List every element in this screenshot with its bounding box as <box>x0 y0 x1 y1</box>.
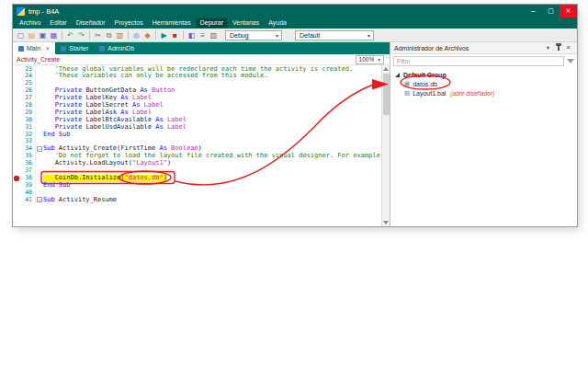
file-name: datos.db <box>413 81 437 87</box>
save-all-icon[interactable]: ▦ <box>49 30 59 40</box>
code-text[interactable]: End Sub <box>43 132 71 139</box>
current-sub-dropdown[interactable]: Activity_Create <box>17 56 60 63</box>
fold-margin <box>35 175 43 182</box>
breakpoint-margin[interactable] <box>13 87 20 95</box>
breakpoint-margin[interactable] <box>13 66 20 74</box>
code-lines: 23 'These global variables will be redec… <box>13 65 381 226</box>
code-line: 32End Sub <box>13 132 381 139</box>
bookmark-icon[interactable]: ◆ <box>142 30 153 40</box>
filter-input[interactable] <box>393 56 564 66</box>
scroll-up-icon[interactable] <box>383 67 389 71</box>
line-number: 41 <box>20 197 35 204</box>
menu-item-ayuda[interactable]: Ayuda <box>264 17 291 29</box>
tab-admindb[interactable]: AdminDb <box>94 42 140 54</box>
fold-margin <box>35 102 43 109</box>
code-text[interactable]: 'These variables can only be accessed fr… <box>43 73 267 80</box>
find-icon[interactable]: ◎ <box>131 30 141 40</box>
copy-icon[interactable]: ⧉ <box>104 30 114 40</box>
code-text[interactable]: Activity.LoadLayout("Layout1") <box>43 160 171 167</box>
breakpoint-margin[interactable] <box>13 182 20 190</box>
breakpoint-margin[interactable] <box>13 117 20 124</box>
breakpoint-margin[interactable] <box>13 73 20 80</box>
compile-run-icon[interactable]: ▶ <box>159 30 169 40</box>
editor-column: Main✕StarterAdminDb Activity_Create 100%… <box>13 42 390 226</box>
open-project-icon[interactable]: ▤ <box>27 30 37 40</box>
code-text[interactable]: Sub Activity_Resume <box>43 197 117 204</box>
sub-navigator: Activity_Create 100% ▾ <box>13 54 390 65</box>
code-line: 41−Sub Activity_Resume <box>13 197 381 204</box>
logs-icon[interactable]: ≡ <box>198 30 208 40</box>
zoom-select[interactable]: 100% ▾ <box>356 55 384 64</box>
redo-icon[interactable]: ↷ <box>76 30 86 40</box>
fold-margin <box>35 66 43 74</box>
breakpoint-margin[interactable] <box>13 160 20 167</box>
save-icon[interactable]: ▣ <box>38 30 48 40</box>
paste-icon[interactable]: ▥ <box>115 30 125 40</box>
tree-item-datos-db[interactable]: ▦datos.db <box>390 79 577 88</box>
editor-scrollbar[interactable] <box>381 65 390 226</box>
pin-icon[interactable] <box>553 45 563 52</box>
libraries-icon[interactable]: ▨ <box>209 30 219 40</box>
fold-collapse-icon[interactable]: − <box>37 146 42 152</box>
panel-close-icon[interactable]: ✕ <box>563 44 573 52</box>
app-window: tmp - B4A ─ ▢ ✕ ArchivoEditarDiseñadorPr… <box>13 5 577 226</box>
fold-margin <box>35 109 43 117</box>
scroll-down-icon[interactable] <box>383 221 389 224</box>
tab-starter[interactable]: Starter <box>55 42 94 54</box>
build-config-select[interactable]: Default ▾ <box>295 30 374 40</box>
close-tab-icon[interactable]: ✕ <box>45 45 50 52</box>
menu-item-herramientas[interactable]: Herramientas <box>148 17 196 29</box>
breakpoint-margin[interactable] <box>13 197 20 204</box>
fold-margin <box>35 73 43 80</box>
breakpoint-margin[interactable] <box>13 80 20 87</box>
menu-item-editar[interactable]: Editar <box>45 17 71 29</box>
breakpoint-margin[interactable] <box>13 132 20 139</box>
menu-item-diseñador[interactable]: Diseñador <box>72 17 110 29</box>
close-button[interactable]: ✕ <box>560 5 577 17</box>
expander-icon[interactable] <box>395 73 400 77</box>
maximize-button[interactable]: ▢ <box>542 5 560 17</box>
breakpoint-margin[interactable] <box>13 138 20 145</box>
cut-icon[interactable]: ✂ <box>93 30 103 40</box>
fold-margin <box>35 160 43 167</box>
fold-margin <box>35 153 43 160</box>
toolbar-separator <box>155 30 156 40</box>
breakpoint-margin[interactable] <box>13 190 20 197</box>
tree-group-default[interactable]: Default Group <box>390 70 577 79</box>
breakpoint-margin[interactable] <box>13 175 20 182</box>
tab-main[interactable]: Main✕ <box>13 42 55 54</box>
designer-icon[interactable]: ◧ <box>187 30 197 40</box>
breakpoint-dot[interactable] <box>14 176 19 181</box>
breakpoint-margin[interactable] <box>13 124 20 132</box>
tree-item-layout1-bal[interactable]: ▧Layout1.bal(abrir diseñador) <box>390 88 577 98</box>
file-manager-panel: Administrador de Archivos ▾ ✕ Default Gr… <box>390 42 577 226</box>
breakpoint-margin[interactable] <box>13 153 20 160</box>
breakpoint-margin[interactable] <box>13 167 20 175</box>
code-line: 36 Activity.LoadLayout("Layout1") <box>13 160 381 167</box>
menu-item-ventanas[interactable]: Ventanas <box>228 17 264 29</box>
code-text[interactable]: End Sub <box>43 182 71 190</box>
filter-icon <box>567 59 574 63</box>
scrollbar-thumb[interactable] <box>383 74 390 115</box>
panel-menu-icon[interactable]: ▾ <box>543 44 553 52</box>
stop-icon[interactable]: ■ <box>170 30 180 40</box>
tab-label: AdminDb <box>107 45 134 52</box>
breakpoint-margin[interactable] <box>13 102 20 109</box>
menu-item-proyectos[interactable]: Proyectos <box>110 17 148 29</box>
fold-margin <box>35 167 43 175</box>
breakpoint-margin[interactable] <box>13 95 20 102</box>
fold-margin: − <box>35 197 43 204</box>
menu-item-archivo[interactable]: Archivo <box>15 17 45 29</box>
breakpoint-margin[interactable] <box>13 145 20 153</box>
undo-icon[interactable]: ↶ <box>65 30 75 40</box>
new-file-icon[interactable]: ▢ <box>16 30 26 40</box>
breakpoint-margin[interactable] <box>13 109 20 117</box>
toolbar: ▢▤▣▦↶↷✂⧉▥◎◆▶■◧≡▨ Debug ▾ Default ▾ <box>13 29 577 42</box>
menu-item-depurar[interactable]: Depurar <box>196 17 228 29</box>
debug-mode-select[interactable]: Debug ▾ <box>225 30 282 40</box>
fold-collapse-icon[interactable]: − <box>37 197 42 202</box>
minimize-button[interactable]: ─ <box>525 5 542 17</box>
file-name: Layout1.bal <box>413 90 446 97</box>
open-designer-link[interactable]: (abrir diseñador) <box>450 90 494 97</box>
group-label: Default Group <box>403 72 447 78</box>
